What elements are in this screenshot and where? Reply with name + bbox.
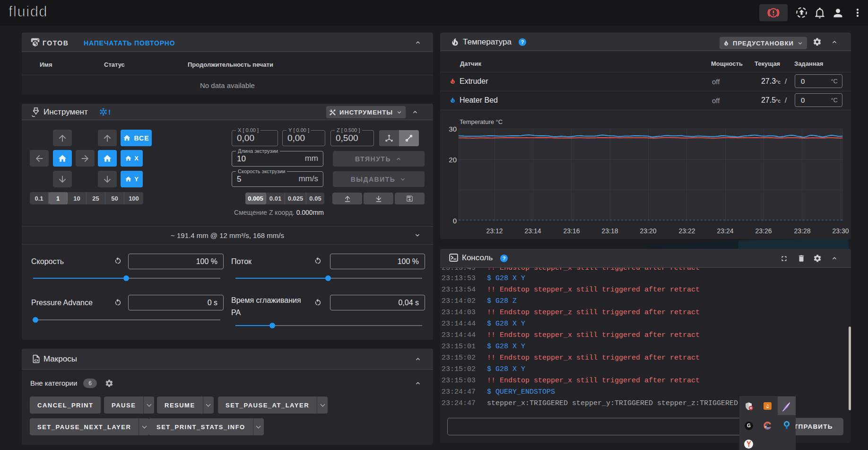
svg-text:NEW: NEW — [766, 427, 770, 429]
